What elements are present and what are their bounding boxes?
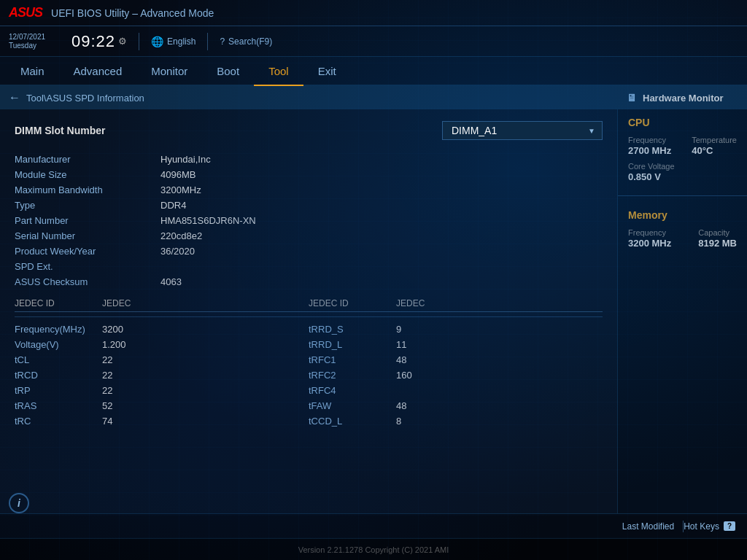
cpu-temp-col: Temperature 40°C bbox=[692, 136, 737, 156]
dimm-slot-row: DIMM Slot Number DIMM_A1 DIMM_A2 DIMM_B1… bbox=[15, 121, 603, 140]
search-icon: ? bbox=[220, 36, 225, 47]
mem-freq-label: Frequency bbox=[628, 228, 671, 237]
nav-main[interactable]: Main bbox=[6, 57, 59, 85]
datetime: 12/07/2021 Tuesday bbox=[9, 33, 60, 50]
spd-content: DIMM Slot Number DIMM_A1 DIMM_A2 DIMM_B1… bbox=[0, 109, 617, 513]
nav-bar: Main Advanced Monitor Boot Tool Exit bbox=[0, 57, 747, 86]
right-panel: 🖥 Hardware Monitor CPU Frequency 2700 MH… bbox=[617, 86, 747, 513]
nav-advanced[interactable]: Advanced bbox=[59, 57, 137, 85]
jedec-right-id-label: JEDEC ID bbox=[309, 298, 396, 308]
hw-divider bbox=[618, 195, 747, 196]
info-button[interactable]: i bbox=[9, 493, 29, 513]
hw-monitor-header: 🖥 Hardware Monitor bbox=[618, 86, 747, 109]
jedec-header: JEDEC ID JEDEC JEDEC ID JEDEC bbox=[15, 298, 603, 312]
mem-cap-value: 8192 MB bbox=[698, 238, 737, 249]
globe-icon: 🌐 bbox=[151, 36, 163, 47]
cpu-voltage-row: Core Voltage 0.850 V bbox=[628, 162, 737, 182]
separator-vertical bbox=[139, 33, 139, 50]
jedec-row-5: tRAS 52 tFAW 48 bbox=[15, 398, 603, 413]
memory-section: Memory Frequency 3200 MHz Capacity 8192 … bbox=[618, 202, 747, 259]
clock: 09:22 ⚙ bbox=[71, 32, 127, 51]
info-row-spd-ext: SPD Ext. bbox=[15, 259, 603, 274]
info-row-product-week-year: Product Week/Year 36/2020 bbox=[15, 244, 603, 259]
cpu-temp-label: Temperature bbox=[692, 136, 737, 144]
language-button[interactable]: 🌐 English bbox=[151, 36, 196, 47]
monitor-icon: 🖥 bbox=[627, 92, 637, 104]
info-row-type: Type DDR4 bbox=[15, 198, 603, 213]
language-label: English bbox=[167, 36, 196, 47]
info-row-max-bandwidth: Maximum Bandwidth 3200MHz bbox=[15, 182, 603, 198]
info-row-checksum: ASUS Checksum 4063 bbox=[15, 274, 603, 289]
info-table: Manufacturer Hyundai,Inc Module Size 409… bbox=[15, 152, 603, 289]
info-row-manufacturer: Manufacturer Hyundai,Inc bbox=[15, 152, 603, 167]
version-text: Version 2.21.1278 Copyright (C) 2021 AMI bbox=[298, 545, 449, 554]
jedec-left-id-label: JEDEC ID bbox=[15, 298, 102, 308]
date-display: 12/07/2021 bbox=[9, 33, 60, 42]
nav-boot[interactable]: Boot bbox=[202, 57, 254, 85]
cpu-freq-label: Frequency bbox=[628, 136, 671, 144]
info-row-module-size: Module Size 4096MB bbox=[15, 167, 603, 182]
hotkeys-icon: ? bbox=[724, 521, 735, 531]
last-modified-button[interactable]: Last Modified bbox=[614, 521, 683, 532]
cpu-freq-row: Frequency 2700 MHz Temperature 40°C bbox=[628, 136, 737, 156]
info-row-part-number: Part Number HMA851S6DJR6N-XN bbox=[15, 213, 603, 228]
mem-freq-col: Frequency 3200 MHz bbox=[628, 228, 671, 249]
nav-monitor[interactable]: Monitor bbox=[136, 57, 202, 85]
dimm-slot-label: DIMM Slot Number bbox=[15, 125, 105, 136]
memory-section-title: Memory bbox=[628, 209, 737, 221]
jedec-section: JEDEC ID JEDEC JEDEC ID JEDEC Frequency(… bbox=[15, 298, 603, 429]
time-bar: 12/07/2021 Tuesday 09:22 ⚙ 🌐 English ? S… bbox=[0, 26, 747, 57]
gear-icon[interactable]: ⚙ bbox=[118, 36, 127, 47]
header-title: UEFI BIOS Utility – Advanced Mode bbox=[51, 7, 214, 19]
mem-cap-label: Capacity bbox=[698, 228, 737, 237]
hot-keys-label: Hot Keys bbox=[684, 521, 719, 532]
jedec-divider bbox=[15, 316, 603, 317]
cpu-freq-col: Frequency 2700 MHz bbox=[628, 136, 671, 156]
cpu-section: CPU Frequency 2700 MHz Temperature 40°C … bbox=[618, 109, 747, 190]
cpu-voltage-label: Core Voltage bbox=[628, 162, 737, 171]
asus-logo: ASUS bbox=[9, 5, 42, 20]
dimm-select-wrapper: DIMM_A1 DIMM_A2 DIMM_B1 DIMM_B2 bbox=[442, 121, 603, 140]
nav-exit[interactable]: Exit bbox=[303, 57, 351, 85]
hot-keys-button[interactable]: Hot Keys ? bbox=[684, 521, 735, 532]
search-label: Search(F9) bbox=[228, 36, 272, 47]
clock-time: 09:22 bbox=[71, 32, 115, 51]
cpu-section-title: CPU bbox=[628, 117, 737, 128]
jedec-row-3: tRCD 22 tRFC2 160 bbox=[15, 368, 603, 383]
jedec-row-4: tRP 22 tRFC4 bbox=[15, 383, 603, 398]
version-bar: Version 2.21.1278 Copyright (C) 2021 AMI bbox=[0, 538, 747, 560]
breadcrumb: Tool\ASUS SPD Information bbox=[26, 93, 144, 104]
main-panel: ← Tool\ASUS SPD Information DIMM Slot Nu… bbox=[0, 86, 617, 513]
mem-row: Frequency 3200 MHz Capacity 8192 MB bbox=[628, 228, 737, 249]
separator-vertical-2 bbox=[207, 33, 208, 50]
jedec-row-1: Voltage(V) 1.200 tRRD_L 11 bbox=[15, 337, 603, 352]
day-display: Tuesday bbox=[9, 42, 60, 50]
content-area: ← Tool\ASUS SPD Information DIMM Slot Nu… bbox=[0, 86, 747, 513]
cpu-voltage-value: 0.850 V bbox=[628, 171, 737, 182]
breadcrumb-bar: ← Tool\ASUS SPD Information bbox=[0, 86, 617, 109]
jedec-row-0: Frequency(MHz) 3200 tRRD_S 9 bbox=[15, 322, 603, 337]
bottom-bar: Last Modified Hot Keys ? bbox=[0, 513, 747, 538]
header: ASUS UEFI BIOS Utility – Advanced Mode bbox=[0, 0, 747, 26]
back-button[interactable]: ← bbox=[9, 91, 20, 104]
mem-freq-value: 3200 MHz bbox=[628, 238, 671, 249]
jedec-row-6: tRC 74 tCCD_L 8 bbox=[15, 413, 603, 429]
jedec-left-jedec-label: JEDEC bbox=[102, 298, 160, 308]
nav-tool[interactable]: Tool bbox=[254, 57, 303, 86]
cpu-temp-value: 40°C bbox=[692, 145, 737, 156]
hw-monitor-title: Hardware Monitor bbox=[643, 93, 724, 104]
jedec-row-2: tCL 22 tRFC1 48 bbox=[15, 352, 603, 368]
dimm-slot-select[interactable]: DIMM_A1 DIMM_A2 DIMM_B1 DIMM_B2 bbox=[442, 121, 603, 140]
info-row-serial-number: Serial Number 220cd8e2 bbox=[15, 228, 603, 244]
search-button[interactable]: ? Search(F9) bbox=[220, 36, 272, 47]
cpu-freq-value: 2700 MHz bbox=[628, 145, 671, 156]
mem-cap-col: Capacity 8192 MB bbox=[698, 228, 737, 249]
jedec-right-jedec-label: JEDEC bbox=[396, 298, 425, 308]
